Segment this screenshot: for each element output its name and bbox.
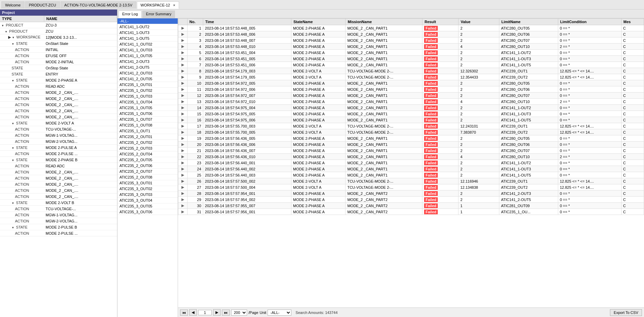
expand-cell[interactable]: ▶ [178,141,188,148]
expand-cell[interactable]: ▶ [178,172,188,178]
filter-item[interactable]: ATIC141_1_OUT05 [117,53,178,59]
tree-row[interactable]: STATE MODE 2-PULSE B [0,224,117,230]
tab-error-log[interactable]: Error Log [118,11,142,18]
table-row[interactable]: ▶ 16 2023-08-14 18:57:54.975_006 MODE 2-… [178,117,644,123]
col-no[interactable]: No. [187,19,203,25]
first-page-button[interactable]: ⏮ [180,310,188,316]
col-limitcondition[interactable]: LimitCondition [558,19,621,25]
expand-cell[interactable]: ▶ [178,25,188,31]
table-row[interactable]: ▶ 25 2023-08-14 18:57:56.440_003 MODE 2-… [178,172,644,178]
table-row[interactable]: ▶ 28 2023-08-14 18:57:57.954_001 MODE 2-… [178,190,644,197]
last-page-button[interactable]: ⏭ [222,310,230,316]
filter-item[interactable]: ATIC235_2_OUT03 [117,146,178,151]
tree-row[interactable]: ACTION MODE_2 _CAN_.... [0,181,117,187]
col-statename[interactable]: StateName [291,19,345,25]
expand-cell[interactable]: ▶ [178,154,188,160]
tree-row[interactable]: ACTION MODE_2 _CAN_.... [0,89,117,96]
table-row[interactable]: ▶ 26 2023-08-14 18:57:57.500_002 MODE 2-… [178,178,644,184]
table-row[interactable]: ▶ 11 2023-08-14 18:57:54.972_006 MODE 2-… [178,86,644,93]
filter-item[interactable]: ATIC235_1_OUT04 [117,99,178,105]
table-row[interactable]: ▶ 9 2023-08-14 18:57:54.179_005 MODE 2-V… [178,74,644,80]
page-number-input[interactable] [198,310,212,315]
expand-cell[interactable]: ▶ [178,166,188,172]
expand-cell[interactable]: ▶ [178,203,188,209]
tree-row[interactable]: ACTION READ ADC [0,83,117,89]
table-row[interactable]: ▶ 6 2023-08-14 18:57:53.451_005 MODE 2-P… [178,56,644,62]
filter-item-all[interactable]: -ALL- [117,18,178,24]
expand-cell[interactable]: ▶ [178,209,188,215]
close-workspace-tab[interactable]: × [173,3,175,7]
tree-row[interactable]: ACTION MODE_2 _CAN_.... [0,102,117,108]
export-csv-button[interactable]: Export To CSV [610,309,642,316]
col-time[interactable]: Time [203,19,291,25]
tree-row[interactable]: ACTION MODE_2 _CAN_.... [0,96,117,102]
expand-cell[interactable]: ▶ [178,74,188,80]
unit-select[interactable]: -ALL- [268,310,291,316]
filter-item[interactable]: ATIC141_2_OUT05 [117,76,178,82]
tree-row[interactable]: ACTION MODE_2 _CAN_.... [0,187,117,194]
expand-icon[interactable] [12,158,15,162]
expand-cell[interactable]: ▶ [178,56,188,62]
tree-row[interactable]: STATE MODE 2-PULSE A [0,145,117,151]
tree-row[interactable]: ACTION MODE_2 _CAN_.... [0,114,117,120]
tree-row[interactable]: STATE MODE 2-VOLT B [0,200,117,206]
filter-item[interactable]: ATIC235_2_OUT02 [117,140,178,146]
table-row[interactable]: ▶ 14 2023-08-14 18:57:54.975_004 MODE 2-… [178,105,644,111]
filter-item[interactable]: ATIC235_2_OUT07 [117,169,178,174]
table-row[interactable]: ▶ 20 2023-08-14 18:57:56.436_006 MODE 2-… [178,141,644,148]
filter-item[interactable]: ATIC235_1_OUT07 [117,117,178,122]
expand-icon[interactable] [12,78,15,82]
table-row[interactable]: ▶ 29 2023-08-14 18:57:57.954_002 MODE 2-… [178,197,644,203]
filter-item[interactable]: ATIC235_1_OUT05 [117,105,178,111]
tree-row[interactable]: ACTION MGW-2-VOLTAG... [0,138,117,145]
tab-error-summary[interactable]: Error Summary [142,11,175,18]
filter-item[interactable]: ATIC235_2_OUT08 [117,174,178,180]
filter-item[interactable]: ATIC141_1_OUT03 [117,47,178,53]
expand-cell[interactable]: ▶ [178,80,188,86]
expand-cell[interactable]: ▶ [178,178,188,184]
expand-cell[interactable]: ▶ [178,197,188,203]
next-page-button[interactable]: ▶ [213,309,221,316]
table-row[interactable]: ▶ 3 2023-08-14 18:57:53.448_007 MODE 2-P… [178,37,644,44]
filter-item[interactable]: ATIC235_3_OUT05 [117,203,178,209]
col-limitname[interactable]: LimitName [499,19,558,25]
tree-row[interactable]: PRODUCT ZCU [0,28,117,34]
expand-cell[interactable]: ▶ [178,44,188,50]
tree-row[interactable]: ACTION MGW-2-VOLTAG... [0,218,117,224]
filter-item[interactable]: ATIC141_2_OUT03 [117,70,178,76]
tab-workspace[interactable]: WORKSPACE-12 × [137,1,179,9]
expand-icon[interactable] [12,41,15,46]
tree-row[interactable]: STATE MODE 2-PHASE A [0,77,117,83]
filter-item[interactable]: ATIC141_1-OUT3 [117,30,178,36]
tree-row[interactable]: ▶ WORKSPACE 12[MODE 3.2-13... [0,34,117,40]
tab-action-tcu[interactable]: ACTION-TCU-VOLTAGE-MODE 2-13.5V [61,1,136,9]
filter-item[interactable]: ATIC235_2_OUT06 [117,163,178,169]
filter-item[interactable]: ATIC141_2-OUT5 [117,65,178,70]
expand-icon[interactable] [12,146,15,150]
tree-row[interactable]: STATE OnStop State [0,65,117,71]
tree-row[interactable]: ACTION MODE 2-INITIAL [0,59,117,65]
per-page-select[interactable]: 200 100 50 [231,310,247,316]
table-row[interactable]: ▶ 23 2023-08-14 18:57:56.440_001 MODE 2-… [178,160,644,166]
filter-item[interactable]: ATIC235_3_OUT04 [117,198,178,203]
table-row[interactable]: ▶ 15 2023-08-14 18:57:54.975_005 MODE 2-… [178,111,644,117]
tree-row[interactable]: ACTION MODE 2-PULSE ... [0,151,117,157]
table-row[interactable]: ▶ 2 2023-08-14 18:57:53.448_006 MODE 2-P… [178,31,644,37]
table-row[interactable]: ▶ 18 2023-08-14 18:57:55.700_005 MODE 2-… [178,129,644,135]
expand-cell[interactable]: ▶ [178,105,188,111]
expand-cell[interactable]: ▶ [178,50,188,56]
tree-row[interactable]: ACTION TCU-VOLTAGE-... [0,206,117,212]
filter-item[interactable]: ATIC235_1_OUT1 [117,128,178,134]
tree-row[interactable]: ACTION READ ADC [0,163,117,169]
table-row[interactable]: ▶ 31 2023-08-14 18:57:57.956_001 MODE 2-… [178,209,644,215]
col-mes[interactable]: Mes [621,19,644,25]
table-row[interactable]: ▶ 30 2023-08-14 18:57:57.955_007 MODE 2-… [178,203,644,209]
tab-welcome[interactable]: Welcome [1,1,25,9]
filter-item[interactable]: ATIC235_3_OUT02 [117,186,178,192]
table-row[interactable]: ▶ 13 2023-08-14 18:57:54.972_010 MODE 2-… [178,99,644,105]
tree-row[interactable]: ACTION MODE 2-PULSE ... [0,230,117,236]
table-row[interactable]: ▶ 12 2023-08-14 18:57:54.972_007 MODE 2-… [178,93,644,99]
tree-row[interactable]: ACTION TCU-VOLTAGE-... [0,126,117,132]
expand-cell[interactable]: ▶ [178,31,188,37]
filter-item[interactable]: ATIC235_2_OUT04 [117,151,178,157]
